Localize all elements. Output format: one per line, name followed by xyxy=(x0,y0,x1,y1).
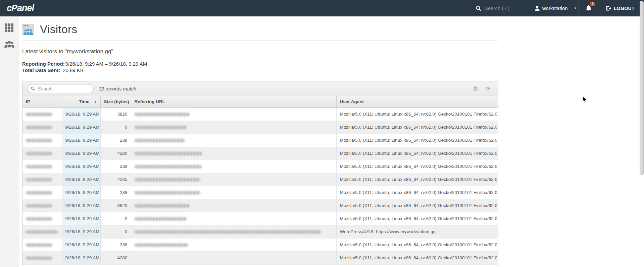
table-toolbar: 12 records match. ⚙ ⟳ xyxy=(22,81,498,96)
cell-time: 9/26/18, 9:29 AM xyxy=(62,147,100,160)
table-row: 9/26/18, 9:29 AM 3820 Mozilla/5.0 (X11; … xyxy=(22,199,498,212)
cell-ip xyxy=(22,251,62,264)
redacted-url xyxy=(135,204,190,208)
cell-user-agent: Mozilla/5.0 (X11; Ubuntu; Linux x86_64; … xyxy=(336,238,498,251)
redacted-ip xyxy=(26,230,58,234)
redacted-url xyxy=(135,165,202,169)
reporting-period-label: Reporting Period: xyxy=(22,61,65,67)
cell-time: 9/26/18, 9:29 AM xyxy=(62,212,100,225)
cell-user-agent: Mozilla/5.0 (X11; Ubuntu; Linux x86_64; … xyxy=(336,160,498,173)
visitors-table: IP Time▼ Size (bytes) Referring URL User… xyxy=(22,96,498,265)
cell-referring-url xyxy=(131,199,336,212)
table-row: 9/26/18, 9:29 AM 0 Mozilla/5.0 (X11; Ubu… xyxy=(22,121,498,134)
page-header: Visitors xyxy=(22,16,644,36)
visitors-table-widget: 12 records match. ⚙ ⟳ IP Time▼ Size (byt… xyxy=(22,81,498,265)
redacted-url xyxy=(135,178,200,182)
redacted-url xyxy=(135,230,321,234)
cell-time: 9/26/18, 9:29 AM xyxy=(62,251,100,264)
user-icon xyxy=(535,6,540,11)
refresh-icon[interactable]: ⟳ xyxy=(486,86,491,92)
redacted-ip xyxy=(26,139,52,142)
cell-user-agent: WordPress/4.9.8; https://www.myworkstati… xyxy=(336,225,498,238)
global-search[interactable]: Search ( / ) xyxy=(469,0,528,16)
table-row: 9/26/18, 9:29 AM 0 WordPress/4.9.8; http… xyxy=(22,225,498,238)
cell-user-agent: Mozilla/5.0 (X11; Ubuntu; Linux x86_64; … xyxy=(336,186,498,199)
page-title: Visitors xyxy=(40,23,78,36)
logout-button[interactable]: LOGOUT xyxy=(599,0,644,16)
navbar-right: Search ( / ) workstation ▾ 1 LOGOUT xyxy=(469,0,644,16)
cell-time: 9/26/18, 9:29 AM xyxy=(62,173,100,186)
settings-gear-icon[interactable]: ⚙ xyxy=(473,86,478,92)
cell-size: 238 xyxy=(100,160,131,173)
cell-size: 4280 xyxy=(100,251,131,264)
column-header-referring-url[interactable]: Referring URL xyxy=(131,96,336,108)
cell-ip xyxy=(22,199,62,212)
cell-ip xyxy=(22,238,62,251)
cell-referring-url xyxy=(131,173,336,186)
cell-size: 4280 xyxy=(100,147,131,160)
column-header-size[interactable]: Size (bytes) xyxy=(100,96,131,108)
table-row: 9/26/18, 9:29 AM 238 Mozilla/5.0 (X11; U… xyxy=(22,134,498,147)
column-header-user-agent[interactable]: User Agent xyxy=(336,96,498,108)
cell-user-agent: Mozilla/5.0 (X11; Ubuntu; Linux x86_64; … xyxy=(336,251,498,264)
cell-time: 9/26/18, 9:29 AM xyxy=(62,186,100,199)
notifications-button[interactable]: 1 xyxy=(578,0,599,16)
search-icon xyxy=(476,6,481,11)
table-row: 9/26/18, 9:29 AM 238 Mozilla/5.0 (X11; U… xyxy=(22,160,498,173)
sidebar-item-apps[interactable] xyxy=(0,20,18,35)
table-row: 9/26/18, 9:29 AM 4280 Mozilla/5.0 (X11; … xyxy=(22,251,498,264)
cell-ip xyxy=(22,108,62,121)
redacted-ip xyxy=(26,204,52,208)
table-header-row: IP Time▼ Size (bytes) Referring URL User… xyxy=(22,96,498,108)
window-dots xyxy=(23,25,28,26)
reporting-period-line: Reporting Period:9/26/18, 9:29 AM – 9/26… xyxy=(22,61,644,67)
column-header-time[interactable]: Time▼ xyxy=(62,96,100,108)
cell-size: 4235 xyxy=(100,173,131,186)
redacted-url xyxy=(135,217,187,221)
cell-user-agent: Mozilla/5.0 (X11; Ubuntu; Linux x86_64; … xyxy=(336,147,498,160)
table-search-box[interactable] xyxy=(27,84,94,93)
cell-size: 0 xyxy=(100,225,131,238)
cell-referring-url xyxy=(131,121,336,134)
table-row: 9/26/18, 9:29 AM 0 Mozilla/5.0 (X11; Ubu… xyxy=(22,212,498,225)
cpanel-logo[interactable]: cPanel xyxy=(0,0,34,16)
redacted-ip xyxy=(26,113,52,116)
cell-size: 238 xyxy=(100,186,131,199)
cell-user-agent: Mozilla/5.0 (X11; Ubuntu; Linux x86_64; … xyxy=(336,212,498,225)
table-search-input[interactable] xyxy=(38,86,90,91)
table-row: 9/26/18, 9:29 AM 238 Mozilla/5.0 (X11; U… xyxy=(22,186,498,199)
cell-size: 238 xyxy=(100,134,131,147)
cell-time: 9/26/18, 9:29 AM xyxy=(62,160,100,173)
cell-ip xyxy=(22,186,62,199)
redacted-ip xyxy=(26,152,52,155)
notification-count-badge: 1 xyxy=(590,2,595,6)
apps-grid-icon xyxy=(5,23,13,32)
left-sidebar xyxy=(0,16,18,267)
cell-ip xyxy=(22,225,62,238)
table-row: 9/26/18, 9:29 AM 238 Mozilla/5.0 (X11; U… xyxy=(22,238,498,251)
redacted-url xyxy=(135,191,200,195)
table-row: 9/26/18, 9:29 AM 4280 Mozilla/5.0 (X11; … xyxy=(22,147,498,160)
redacted-ip xyxy=(26,256,52,260)
main-content: Visitors Latest visitors to “myworkstati… xyxy=(19,16,644,267)
username-label: workstation xyxy=(542,5,568,11)
table-row: 9/26/18, 9:29 AM 3820 Mozilla/5.0 (X11; … xyxy=(22,108,498,121)
header-divider xyxy=(22,40,498,41)
sidebar-item-visitors[interactable] xyxy=(0,37,18,52)
column-header-ip[interactable]: IP xyxy=(22,96,62,108)
cell-ip xyxy=(22,212,62,225)
user-menu[interactable]: workstation ▾ xyxy=(528,0,578,16)
redacted-url xyxy=(135,139,185,142)
redacted-url xyxy=(135,113,190,116)
cell-user-agent: Mozilla/5.0 (X11; Ubuntu; Linux x86_64; … xyxy=(336,121,498,134)
cell-referring-url xyxy=(131,212,336,225)
total-data-line: Total Data Sent:20.89 KB xyxy=(22,67,644,73)
search-icon xyxy=(31,86,35,91)
visitors-app-icon xyxy=(22,24,34,35)
total-data-value: 20.89 KB xyxy=(63,67,84,73)
vertical-scrollbar-thumb[interactable] xyxy=(640,1,644,175)
cell-referring-url xyxy=(131,225,336,238)
cell-ip xyxy=(22,134,62,147)
global-search-placeholder: Search ( / ) xyxy=(485,5,509,11)
report-meta: Reporting Period:9/26/18, 9:29 AM – 9/26… xyxy=(22,61,644,73)
